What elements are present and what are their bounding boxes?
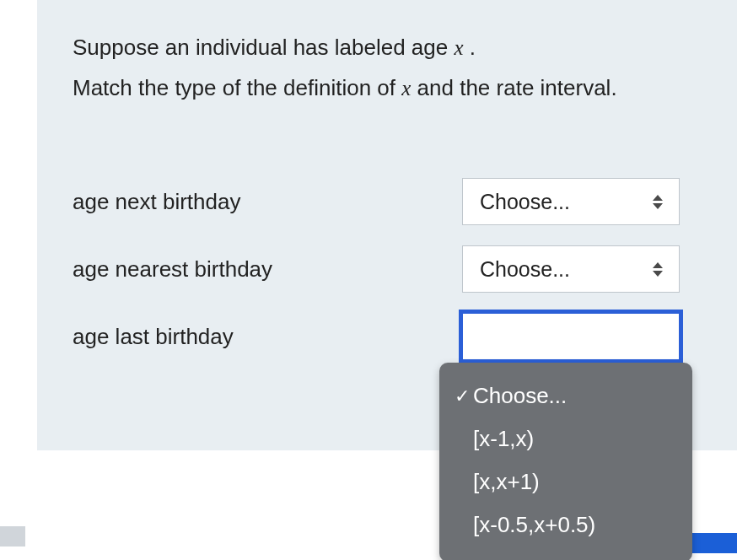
sort-icon	[652, 193, 664, 210]
question-text-part: Match the type of the definition of	[73, 75, 401, 100]
dropdown-menu: ✓ Choose... [x-1,x) [x,x+1) [x-0.5,x+0.5…	[439, 363, 692, 560]
match-row: age nearest birthday Choose...	[73, 235, 680, 303]
next-button-sliver[interactable]	[685, 533, 737, 553]
question-text: Suppose an individual has labeled age x …	[73, 30, 702, 105]
dropdown-option-label: [x,x+1)	[473, 466, 540, 498]
dropdown-option-x-x-plus-1[interactable]: [x,x+1)	[439, 460, 692, 503]
select-age-last-birthday[interactable]: Choose...	[462, 313, 680, 360]
question-line-1: Suppose an individual has labeled age x …	[73, 30, 702, 66]
question-line-2: Match the type of the definition of x an…	[73, 71, 702, 106]
match-label-age-nearest-birthday: age nearest birthday	[73, 256, 272, 283]
variable-x: x	[454, 36, 463, 59]
prev-button-sliver[interactable]	[0, 526, 25, 547]
select-age-next-birthday[interactable]: Choose...	[462, 178, 680, 225]
dropdown-option-label: Choose...	[473, 380, 567, 412]
select-text: Choose...	[480, 190, 570, 214]
select-wrap: Choose...	[462, 313, 680, 360]
match-row: age last birthday Choose...	[73, 303, 680, 370]
variable-x: x	[401, 77, 411, 100]
select-wrap: Choose...	[462, 178, 680, 225]
dropdown-option-label: [x-1,x)	[473, 423, 534, 455]
dropdown-option-x-minus-1-x[interactable]: [x-1,x)	[439, 417, 692, 460]
dropdown-option-choose[interactable]: ✓ Choose...	[439, 374, 692, 417]
select-text: Choose...	[480, 257, 570, 282]
match-label-age-next-birthday: age next birthday	[73, 189, 240, 215]
select-age-nearest-birthday[interactable]: Choose...	[462, 245, 680, 293]
dropdown-option-label: [x-0.5,x+0.5)	[473, 509, 595, 541]
question-text-part: Suppose an individual has labeled age	[73, 35, 454, 60]
select-wrap: Choose...	[462, 245, 680, 293]
match-label-age-last-birthday: age last birthday	[73, 324, 234, 350]
match-row: age next birthday Choose...	[73, 168, 680, 235]
question-text-part: .	[464, 35, 476, 60]
question-text-part: and the rate interval.	[411, 75, 616, 100]
check-icon: ✓	[455, 382, 473, 410]
dropdown-option-x-half[interactable]: [x-0.5,x+0.5)	[439, 503, 692, 547]
match-rows: age next birthday Choose... age nearest …	[73, 168, 702, 370]
sort-icon	[652, 261, 664, 277]
